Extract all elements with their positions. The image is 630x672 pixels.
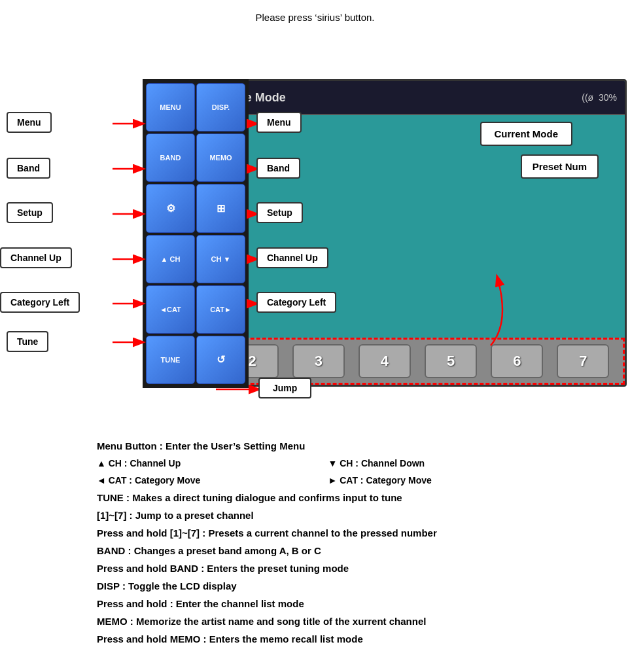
preset-btn-3[interactable]: 3: [292, 344, 345, 378]
grid-btn[interactable]: ⊞: [196, 184, 245, 232]
label-category-left-right: Category Left: [256, 292, 336, 313]
ch-down-btn[interactable]: CH ▼: [196, 235, 245, 283]
current-mode-box: Current Mode: [480, 122, 573, 146]
screen-signal: ((ø 30%: [582, 92, 617, 103]
desc-cat-right: ► CAT : Category Move: [328, 475, 534, 486]
desc-memo-hold: Press and hold MEMO : Enters the memo re…: [97, 633, 533, 645]
cat-right-btn[interactable]: CAT►: [196, 285, 245, 334]
ch-up-btn[interactable]: ▲ CH: [146, 235, 195, 283]
desc-cat-row: ◄ CAT : Category Move ► CAT : Category M…: [97, 475, 533, 486]
label-category-left-left: Category Left: [0, 292, 80, 313]
label-jump: Jump: [258, 378, 311, 398]
button-panel: MENU DISP. BAND MEMO ⚙ ⊞ ▲ CH CH ▼ ◄CAT …: [143, 79, 249, 388]
panel-row-6: TUNE ↺: [146, 336, 245, 384]
menu-btn[interactable]: MENU: [146, 83, 195, 132]
label-band-left: Band: [7, 158, 50, 179]
setup-btn[interactable]: ⚙: [146, 184, 195, 232]
panel-row-3: ⚙ ⊞: [146, 184, 245, 232]
label-channel-up-left: Channel Up: [0, 247, 72, 268]
desc-hold-channel: Press and hold : Enter the channel list …: [97, 598, 533, 609]
label-menu-left: Menu: [7, 112, 52, 133]
panel-row-2: BAND MEMO: [146, 133, 245, 182]
desc-jump: [1]~[7] : Jump to a preset channel: [97, 510, 533, 521]
preset-btn-4[interactable]: 4: [359, 344, 411, 378]
cat-left-btn[interactable]: ◄CAT: [146, 285, 195, 334]
desc-tune: TUNE : Makes a direct tuning dialogue an…: [97, 492, 533, 503]
panel-row-1: MENU DISP.: [146, 83, 245, 132]
label-band-right: Band: [256, 158, 300, 179]
desc-cat-left: ◄ CAT : Category Move: [97, 475, 302, 486]
panel-row-5: ◄CAT CAT►: [146, 285, 245, 334]
label-setup-right: Setup: [256, 202, 303, 223]
label-setup-left: Setup: [7, 202, 53, 223]
tune-btn[interactable]: TUNE: [146, 336, 195, 384]
label-channel-up-right: Channel Up: [256, 247, 328, 268]
diagram-area: Channel Tune Mode ((ø 30% Current Mode P…: [0, 35, 630, 421]
preset-num-box: Preset Num: [521, 154, 599, 179]
memo-btn[interactable]: MEMO: [196, 133, 245, 182]
desc-band-hold: Press and hold BAND : Enters the preset …: [97, 563, 533, 574]
desc-preset-hold: Press and hold [1]~[7] : Presets a curre…: [97, 527, 533, 539]
label-tune-left: Tune: [7, 331, 48, 352]
description-area: Menu Button : Enter the User’s Setting M…: [0, 427, 630, 664]
desc-menu: Menu Button : Enter the User’s Setting M…: [97, 440, 533, 451]
label-menu-right: Menu: [256, 112, 302, 133]
desc-band: BAND : Changes a preset band among A, B …: [97, 545, 533, 556]
panel-row-4: ▲ CH CH ▼: [146, 235, 245, 283]
preset-btn-5[interactable]: 5: [425, 344, 477, 378]
desc-memo: MEMO : Memorize the artist name and song…: [97, 616, 533, 627]
band-btn[interactable]: BAND: [146, 133, 195, 182]
page-title: Please press ‘sirius’ button.: [0, 12, 630, 23]
desc-ch-down: ▼ CH : Channel Down: [328, 458, 534, 469]
preset-btn-7[interactable]: 7: [557, 344, 609, 378]
jump-btn[interactable]: ↺: [196, 336, 245, 384]
desc-disp: DISP : Toggle the LCD display: [97, 580, 533, 592]
preset-btn-6[interactable]: 6: [491, 344, 543, 378]
desc-ch-row: ▲ CH : Channel Up ▼ CH : Channel Down: [97, 458, 533, 469]
desc-ch-up: ▲ CH : Channel Up: [97, 458, 302, 469]
disp-btn[interactable]: DISP.: [196, 83, 245, 132]
